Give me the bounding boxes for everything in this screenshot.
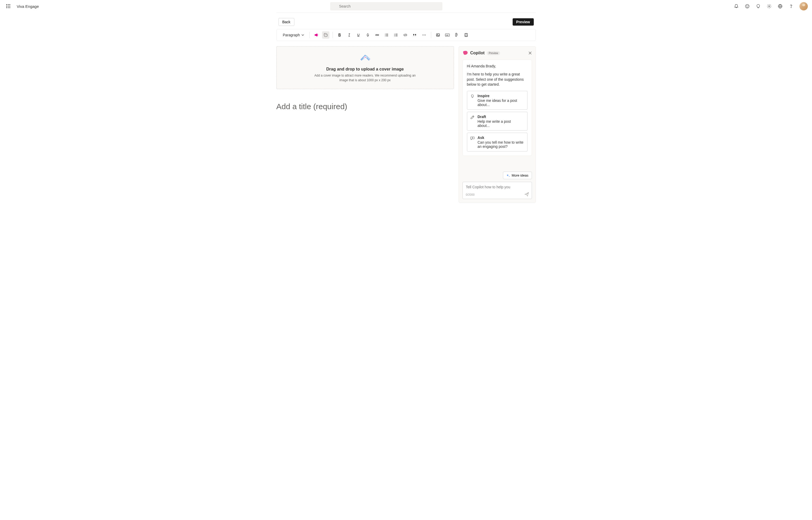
svg-rect-43 — [465, 33, 468, 36]
app-header: Viva Engage — [0, 0, 812, 12]
suggestion-title: Inspire — [478, 94, 524, 98]
more-ideas-button[interactable]: More ideas — [503, 172, 532, 179]
svg-point-38 — [425, 35, 426, 35]
upload-illustration-icon — [358, 52, 372, 64]
post-title-input[interactable] — [276, 102, 454, 111]
preview-badge: Preview — [487, 51, 500, 55]
app-launcher-icon[interactable] — [4, 2, 12, 10]
char-count: 0/2000 — [466, 193, 529, 196]
svg-point-28 — [385, 36, 386, 36]
copilot-toolbar-icon[interactable] — [322, 31, 329, 38]
suggestion-draft[interactable]: Draft Help me write a post about... — [467, 112, 528, 131]
svg-point-37 — [424, 35, 425, 35]
lightbulb-icon[interactable] — [756, 4, 761, 9]
copilot-logo-icon — [463, 50, 468, 56]
lightbulb-icon — [470, 94, 475, 107]
svg-rect-35 — [395, 36, 397, 36]
link-icon[interactable] — [373, 31, 381, 38]
settings-icon[interactable] — [766, 4, 772, 9]
more-icon[interactable] — [420, 31, 428, 38]
svg-rect-0 — [6, 4, 7, 5]
paragraph-dropdown[interactable]: Paragraph — [281, 32, 306, 38]
svg-point-21 — [326, 35, 327, 35]
paragraph-label: Paragraph — [283, 33, 300, 37]
preview-button[interactable]: Preview — [513, 18, 534, 26]
svg-rect-3 — [6, 6, 7, 6]
svg-rect-29 — [386, 36, 388, 36]
copilot-title: Copilot — [470, 51, 485, 55]
search-input[interactable] — [330, 2, 442, 10]
strikethrough-icon[interactable] — [364, 31, 371, 38]
svg-rect-2 — [9, 4, 10, 5]
suggestion-title: Draft — [478, 115, 524, 119]
copilot-greeting: Hi Amanda Brady, — [467, 64, 528, 68]
announcement-icon[interactable] — [313, 31, 320, 38]
copilot-panel: Copilot Preview Hi Amanda Brady, I'm her… — [458, 46, 536, 203]
close-icon[interactable] — [528, 51, 532, 55]
attachment-icon[interactable] — [453, 31, 460, 38]
svg-point-36 — [423, 35, 423, 35]
svg-rect-31 — [395, 34, 397, 34]
svg-point-20 — [325, 35, 325, 35]
suggestion-inspire[interactable]: Inspire Give me ideas for a post about..… — [467, 91, 528, 110]
user-avatar[interactable] — [800, 2, 808, 10]
copilot-intro: I'm here to help you write a great post.… — [467, 72, 528, 87]
svg-rect-4 — [8, 6, 9, 6]
chat-question-icon — [470, 136, 475, 149]
help-icon[interactable] — [788, 4, 794, 9]
svg-rect-27 — [386, 35, 388, 35]
copilot-message-card: Hi Amanda Brady, I'm here to help you wr… — [463, 59, 532, 156]
cover-upload-subtitle: Add a cover image to attract more reader… — [313, 73, 417, 82]
svg-text:GIF: GIF — [446, 34, 448, 36]
svg-rect-5 — [9, 6, 10, 6]
chevron-down-icon — [302, 34, 304, 36]
send-icon[interactable] — [524, 192, 529, 197]
suggestion-ask[interactable]: Ask Can you tell me how to write an enga… — [467, 133, 528, 152]
book-icon[interactable] — [463, 31, 470, 38]
globe-icon[interactable] — [778, 4, 783, 9]
svg-point-12 — [747, 5, 747, 6]
back-button[interactable]: Back — [279, 18, 295, 26]
svg-line-50 — [473, 116, 474, 117]
suggestion-desc: Help me write a post about... — [478, 119, 524, 128]
editor-column: Drag and drop to upload a cover image Ad… — [276, 46, 454, 203]
svg-rect-25 — [386, 34, 388, 34]
bullet-list-icon[interactable] — [383, 31, 390, 38]
numbered-list-icon[interactable]: 123 — [392, 31, 400, 38]
editor-toolbar: Paragraph 123 GIF — [276, 29, 536, 41]
suggestion-desc: Give me ideas for a post about... — [478, 99, 524, 107]
svg-point-24 — [385, 34, 386, 34]
toolbar-separator — [309, 32, 310, 38]
svg-rect-6 — [6, 7, 7, 8]
divider — [276, 12, 536, 13]
svg-text:3: 3 — [394, 35, 395, 37]
svg-rect-1 — [8, 4, 9, 5]
code-icon[interactable] — [402, 31, 409, 38]
image-icon[interactable] — [434, 31, 442, 38]
cover-image-dropzone[interactable]: Drag and drop to upload a cover image Ad… — [276, 46, 454, 89]
underline-icon[interactable] — [355, 31, 362, 38]
emoji-icon[interactable] — [745, 4, 750, 9]
svg-point-26 — [385, 35, 386, 35]
app-title: Viva Engage — [17, 4, 39, 9]
notifications-icon[interactable] — [734, 4, 739, 9]
quote-icon[interactable] — [411, 31, 418, 38]
gif-icon[interactable]: GIF — [444, 31, 451, 38]
sparkle-icon — [506, 174, 510, 177]
cover-upload-title: Drag and drop to upload a cover image — [282, 67, 448, 72]
suggestion-title: Ask — [478, 135, 524, 140]
svg-rect-8 — [9, 7, 10, 8]
pencil-icon — [470, 115, 475, 128]
svg-point-15 — [769, 6, 770, 7]
bold-icon[interactable] — [336, 31, 343, 38]
toolbar-separator — [431, 32, 431, 38]
svg-rect-7 — [8, 7, 9, 8]
italic-icon[interactable] — [345, 31, 353, 38]
suggestion-desc: Can you tell me how to write an engaging… — [478, 140, 524, 149]
action-row: Back Preview — [276, 16, 536, 29]
copilot-input-container: 0/2000 — [463, 182, 532, 199]
more-ideas-label: More ideas — [511, 174, 528, 177]
copilot-input[interactable] — [466, 185, 529, 189]
svg-rect-33 — [395, 35, 397, 35]
